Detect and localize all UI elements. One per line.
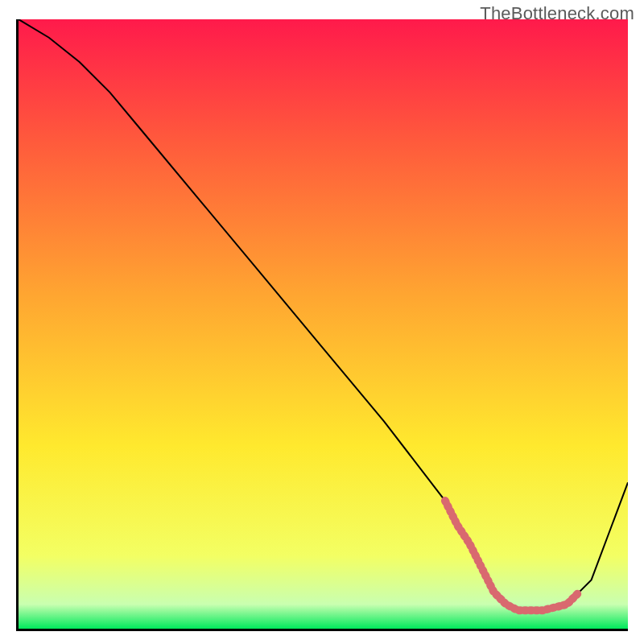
plot-area bbox=[16, 19, 628, 631]
chart-svg bbox=[19, 19, 628, 629]
watermark-text: TheBottleneck.com bbox=[480, 3, 634, 24]
chart-container: TheBottleneck.com bbox=[0, 0, 644, 644]
gradient-background bbox=[19, 19, 628, 629]
